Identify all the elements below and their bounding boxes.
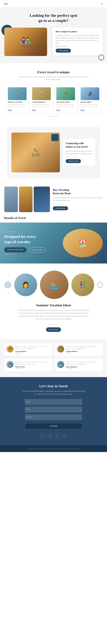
twitter-icon[interactable]: ✗ <box>48 433 53 438</box>
hero-image-wrap <box>4 28 50 56</box>
blue-rect-decoration <box>51 134 58 141</box>
brain-title: How TravelingResets the Brain <box>53 188 103 195</box>
hero-card-img-from: Image from Freepik <box>56 45 100 47</box>
team-member-2: 👩 Sample text. Click to select the text … <box>55 343 103 356</box>
team-member-4: 👨 Sample text. Click to select the text … <box>55 359 103 372</box>
team-role-3: DESIGNER <box>15 368 50 369</box>
contact-section: Let's Stay In Touch Plan a trip for the … <box>0 377 107 445</box>
summer-circles: 👩 🏊 👫 <box>4 270 103 299</box>
message-input[interactable] <box>25 414 82 420</box>
card-sport-activities: 🏃 SPORT ACTIVITIES Excepteur sint occaec… <box>6 85 28 113</box>
circle-outline-decoration <box>98 54 104 60</box>
brain-section: How TravelingResets the Brain Lorem ipsu… <box>0 181 107 215</box>
brain-content: How TravelingResets the Brain Lorem ipsu… <box>53 188 103 210</box>
nature-img-from: Image from Freepik <box>66 156 93 158</box>
team-section: 👩 Sample text. Click to select the text … <box>0 339 107 377</box>
team-text-1: Sample text. Click to select the text bo… <box>15 346 50 350</box>
card-hotel-image: 🏨 <box>32 87 51 100</box>
learn-more-button[interactable]: LEARN MORE <box>29 247 46 252</box>
header: logo ≡ <box>0 0 107 7</box>
card-hotel-more[interactable]: MORE <box>32 110 36 111</box>
brain-img-from: Images from Freepik <box>53 203 103 204</box>
instagram-icon[interactable]: ◻ <box>55 433 60 438</box>
brain-image-1 <box>4 186 18 212</box>
designed-img-from: Image from Freepik <box>4 254 103 255</box>
designed-content: WHAT WE DO Designed for everytype of tra… <box>4 231 103 255</box>
card-hotel-title: LUXURY HOTELS <box>32 101 51 103</box>
brain-learn-more-button[interactable]: LEARN MORE <box>53 206 68 210</box>
contact-title: Let's Stay In Touch <box>4 384 103 388</box>
card-sport-image: 🏃 <box>8 87 27 100</box>
card-beach-title: BEACH VIBES <box>81 101 99 103</box>
hero-title: Looking for the perfect spotgo to as a c… <box>4 13 103 23</box>
circle-outline-decoration <box>97 282 103 288</box>
avatar-4: 👨 <box>57 361 64 368</box>
brain-image-3 <box>34 186 50 212</box>
card-beach-image: 🏖 <box>81 87 99 100</box>
team-info-3: Sample text. Click to select the text bo… <box>15 361 50 369</box>
card-sport-more[interactable]: MORE <box>8 110 12 111</box>
hero-image <box>4 28 47 56</box>
travel-section: Every travel is unique Lorem ipsum dolor… <box>0 63 107 124</box>
social-icons: f ✗ ◻ in <box>4 433 103 438</box>
nature-image <box>12 132 60 172</box>
designed-section: WHAT WE DO Designed for everytype of tra… <box>0 222 107 264</box>
summer-circle-2: 🏊 <box>40 270 68 299</box>
benefits-title: Benefits of Travel <box>0 215 107 222</box>
linkedin-icon[interactable]: in <box>62 433 67 438</box>
summer-text: The world is big and there are countless… <box>18 309 89 320</box>
blue-dot-decoration <box>4 281 12 288</box>
menu-icon[interactable]: ≡ <box>101 2 103 5</box>
designed-title: Designed for everytype of traveler <box>4 234 47 244</box>
travel-img-from: Images from Freepik <box>4 116 103 117</box>
team-member-3: 👩 Sample text. Click to select the text … <box>4 359 52 372</box>
designed-buttons: SIMILAR CATEGORIES LEARN MORE <box>4 247 103 252</box>
card-beach-more[interactable]: MORE <box>81 110 85 111</box>
card-vacation-more[interactable]: MORE <box>56 110 60 111</box>
card-vacation-text: Excepteur sint occaecat cupidatat non pr… <box>56 104 75 108</box>
card-luxury-hotels: 🏨 LUXURY HOTELS Excepteur sint occaecat … <box>30 85 53 113</box>
team-role-4: DESIGNER <box>66 368 100 369</box>
brain-image-2 <box>19 186 33 212</box>
team-role-2: DESIGN <box>66 352 100 354</box>
brain-text: Lorem ipsum dolor sit amet. Click to sel… <box>53 196 103 202</box>
logo: logo <box>4 2 8 5</box>
brain-images <box>4 186 50 212</box>
travel-subtitle: Lorem ipsum dolor sit amet, consectetur … <box>18 76 89 81</box>
hero-learn-more-button[interactable]: LEARN MORE <box>56 49 71 52</box>
team-role-1: MANAGER <box>15 352 50 354</box>
card-sport-text: Excepteur sint occaecat cupidatat non pr… <box>8 104 27 108</box>
hero-card-title: Best Couples Vacations <box>56 30 100 33</box>
hero-content: Best Couples Vacations Cras dui dolor di… <box>4 28 103 56</box>
team-name-2: SARAH SMITH <box>66 350 100 352</box>
similar-categories-button[interactable]: SIMILAR CATEGORIES <box>4 247 26 252</box>
team-name-1: JASS NORTON <box>15 350 50 352</box>
avatar-2: 👩 <box>57 346 64 352</box>
facebook-icon[interactable]: f <box>40 433 45 438</box>
footer: sample text. Click to select the text bo… <box>0 445 107 452</box>
summer-circle-1: 👩 <box>14 274 37 296</box>
email-input[interactable] <box>25 407 82 412</box>
hero-card: Best Couples Vacations Cras dui dolor di… <box>53 28 103 56</box>
card-vacation-spots: 🌴 VACATION SPOTS Excepteur sint occaecat… <box>55 85 77 113</box>
team-info-2: Sample text. Click to select the text bo… <box>66 346 100 354</box>
team-member-1: 👩 Sample text. Click to select the text … <box>4 343 52 356</box>
nature-content: Connecting withnature as you travel Phas… <box>63 139 95 166</box>
summer-section: 👩 🏊 👫 Summer Vacation Ideas The world is… <box>0 264 107 339</box>
name-input[interactable] <box>25 399 82 404</box>
hero-card-text: Cras dui dolor diam sit. Lorem ipsum dol… <box>56 34 100 44</box>
couple-image <box>4 28 47 56</box>
nature-text: Phasellus condimentum quis erat gravida.… <box>66 150 93 155</box>
nature-learn-more-button[interactable]: LEARN MORE <box>66 159 81 163</box>
summer-read-more-button[interactable]: READ MORE <box>46 327 61 332</box>
team-text-3: Sample text. Click to select the text bo… <box>15 361 50 365</box>
team-name-4: PAUL HUDSON <box>66 366 100 368</box>
nature-card: Connecting withnature as you travel Phas… <box>63 139 95 166</box>
nature-title: Connecting withnature as you travel <box>66 142 93 148</box>
team-name-3: NINA SCAVO <box>15 366 50 368</box>
submit-button[interactable]: TO SEND <box>25 424 82 429</box>
card-beach-text: Excepteur sint occaecat cupidatat non pr… <box>81 104 99 108</box>
team-info-1: Sample text. Click to select the text bo… <box>15 346 50 354</box>
team-grid: 👩 Sample text. Click to select the text … <box>4 343 103 372</box>
team-text-4: Sample text. Click to select the text bo… <box>66 361 100 365</box>
